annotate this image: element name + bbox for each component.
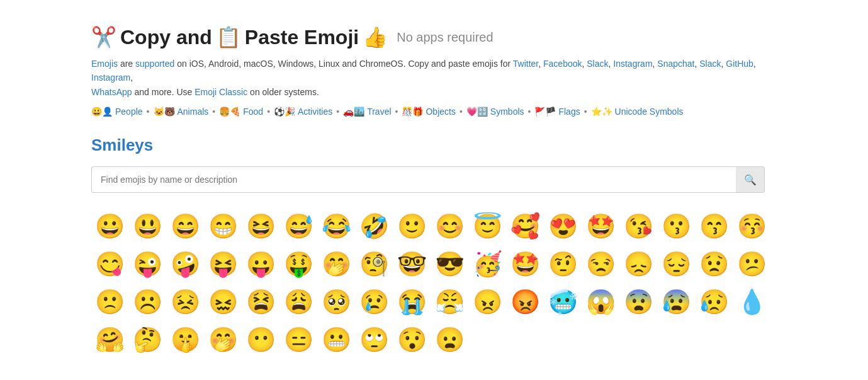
emoji-item[interactable]: 😰 <box>658 284 694 320</box>
emoji-item[interactable]: ☹️ <box>129 284 166 320</box>
emoji-item[interactable]: 🙄 <box>356 321 392 358</box>
emoji-classic-link[interactable]: Emoji Classic <box>194 87 247 97</box>
emoji-item[interactable]: 😕 <box>733 246 770 282</box>
emoji-item[interactable]: 😛 <box>242 246 279 282</box>
emoji-item[interactable]: 😃 <box>129 208 166 245</box>
emoji-item[interactable]: 🤭 <box>205 321 241 358</box>
emoji-item[interactable]: 😤 <box>431 284 468 320</box>
snapchat-link[interactable]: Snapchat <box>657 59 694 69</box>
emoji-item[interactable]: 🥰 <box>507 208 543 245</box>
emoji-item[interactable]: 😂 <box>318 208 354 245</box>
emoji-item[interactable]: 😩 <box>280 284 317 320</box>
emoji-item[interactable]: 🤩 <box>507 246 543 282</box>
emoji-item[interactable]: 😡 <box>507 284 543 320</box>
emojis-link[interactable]: Emojis <box>91 59 118 69</box>
nav-activities[interactable]: Activities <box>298 107 332 117</box>
emoji-item[interactable]: 🤗 <box>91 321 128 358</box>
emoji-item[interactable]: 😟 <box>696 246 732 282</box>
emoji-item[interactable]: 😋 <box>91 246 128 282</box>
supported-link[interactable]: supported <box>135 59 174 69</box>
no-apps-label: No apps required <box>397 30 493 45</box>
nav-unicode[interactable]: Unicode Symbols <box>615 107 684 117</box>
nav-animals[interactable]: Animals <box>178 107 209 117</box>
emoji-item[interactable]: 🥺 <box>318 284 354 320</box>
nav-symbols[interactable]: Symbols <box>490 107 524 117</box>
emoji-item[interactable]: 😚 <box>733 208 770 245</box>
slack2-link[interactable]: Slack <box>699 59 721 69</box>
emoji-item[interactable]: 😯 <box>393 321 430 358</box>
emoji-item[interactable]: 🤨 <box>544 246 581 282</box>
emoji-item[interactable]: 😭 <box>393 284 430 320</box>
objects-nav-icons: 🎊🎁 <box>402 107 423 117</box>
scissors-icon: ✂️ <box>91 25 116 49</box>
page-header: ✂️ Copy and 📋 Paste Emoji 👍 No apps requ… <box>91 25 777 49</box>
emoji-item[interactable]: 😞 <box>620 246 657 282</box>
instagram2-link[interactable]: Instagram <box>91 72 130 83</box>
nav-food[interactable]: Food <box>243 107 263 117</box>
whatsapp-link[interactable]: WhatsApp <box>91 87 132 97</box>
emoji-item[interactable]: 🤭 <box>318 246 354 282</box>
animals-nav-icons: 🐱🐻 <box>154 107 175 117</box>
emoji-item[interactable]: 🥳 <box>469 246 505 282</box>
emoji-item[interactable]: 😀 <box>91 208 128 245</box>
slack-link[interactable]: Slack <box>587 59 608 69</box>
emoji-item[interactable]: 😢 <box>356 284 392 320</box>
emoji-item[interactable]: 😘 <box>620 208 657 245</box>
emoji-item[interactable]: 😒 <box>582 246 619 282</box>
emoji-item[interactable]: 😜 <box>129 246 166 282</box>
clipboard-icon: 📋 <box>216 25 241 49</box>
emoji-item[interactable]: 😊 <box>431 208 468 245</box>
emoji-item[interactable]: 😫 <box>242 284 279 320</box>
emoji-item[interactable]: 🥶 <box>544 284 581 320</box>
emoji-item[interactable]: 🙂 <box>393 208 430 245</box>
emoji-item[interactable]: 😄 <box>167 208 203 245</box>
emoji-item[interactable]: 😱 <box>582 284 619 320</box>
emoji-item[interactable]: 🤔 <box>129 321 166 358</box>
search-button[interactable]: 🔍 <box>736 166 765 193</box>
unicode-nav-icons: ⭐✨ <box>591 107 612 117</box>
emoji-item[interactable]: 🤓 <box>393 246 430 282</box>
emoji-item[interactable]: 💧 <box>733 284 770 320</box>
emoji-item[interactable]: 😁 <box>205 208 241 245</box>
emoji-item[interactable]: 😙 <box>696 208 732 245</box>
emoji-item[interactable]: 🤣 <box>356 208 392 245</box>
emoji-item[interactable]: 😨 <box>620 284 657 320</box>
emoji-item[interactable]: 😔 <box>658 246 694 282</box>
emoji-item[interactable]: 😆 <box>242 208 279 245</box>
emoji-grid: 😀😃😄😁😆😅😂🤣🙂😊😇🥰😍🤩😘😗😙😚😋😜🤪😝😛🤑🤭🧐🤓😎🥳🤩🤨😒😞😔😟😕🙁☹️😣… <box>91 208 777 358</box>
category-nav: 😀👤 People • 🐱🐻 Animals • 🍔🍕 Food • ⚽🎉 Ac… <box>91 107 777 117</box>
nav-travel[interactable]: Travel <box>367 107 391 117</box>
emoji-item[interactable]: 🤪 <box>167 246 203 282</box>
emoji-item[interactable]: 🧐 <box>356 246 392 282</box>
emoji-item[interactable]: 😖 <box>205 284 241 320</box>
emoji-item[interactable]: 😣 <box>167 284 203 320</box>
facebook-link[interactable]: Facebook <box>543 59 582 69</box>
emoji-item[interactable]: 😥 <box>696 284 732 320</box>
thumbsup-icon: 👍 <box>363 25 388 49</box>
nav-people[interactable]: People <box>115 107 143 117</box>
search-input[interactable] <box>91 166 736 193</box>
emoji-item[interactable]: 🤑 <box>280 246 317 282</box>
emoji-item[interactable]: 😍 <box>544 208 581 245</box>
emoji-item[interactable]: 😇 <box>469 208 505 245</box>
emoji-item[interactable]: 🙁 <box>91 284 128 320</box>
emoji-item[interactable]: 😑 <box>280 321 317 358</box>
nav-flags[interactable]: Flags <box>558 107 580 117</box>
emoji-item[interactable]: 😎 <box>431 246 468 282</box>
nav-objects[interactable]: Objects <box>426 107 455 117</box>
travel-nav-icons: 🚗🏙️ <box>343 107 364 117</box>
emoji-item[interactable]: 😠 <box>469 284 505 320</box>
emoji-item[interactable]: 😅 <box>280 208 317 245</box>
instagram-link[interactable]: Instagram <box>613 59 652 69</box>
emoji-item[interactable]: 😶 <box>242 321 279 358</box>
emoji-item[interactable]: 😦 <box>431 321 468 358</box>
smileys-section-title: Smileys <box>91 135 777 155</box>
twitter-link[interactable]: Twitter <box>513 59 538 69</box>
emoji-item[interactable]: 🤩 <box>582 208 619 245</box>
emoji-item[interactable]: 😗 <box>658 208 694 245</box>
github-link[interactable]: GitHub <box>726 59 753 69</box>
emoji-item[interactable]: 🤫 <box>167 321 203 358</box>
activities-nav-icons: ⚽🎉 <box>274 107 295 117</box>
emoji-item[interactable]: 😬 <box>318 321 354 358</box>
emoji-item[interactable]: 😝 <box>205 246 241 282</box>
